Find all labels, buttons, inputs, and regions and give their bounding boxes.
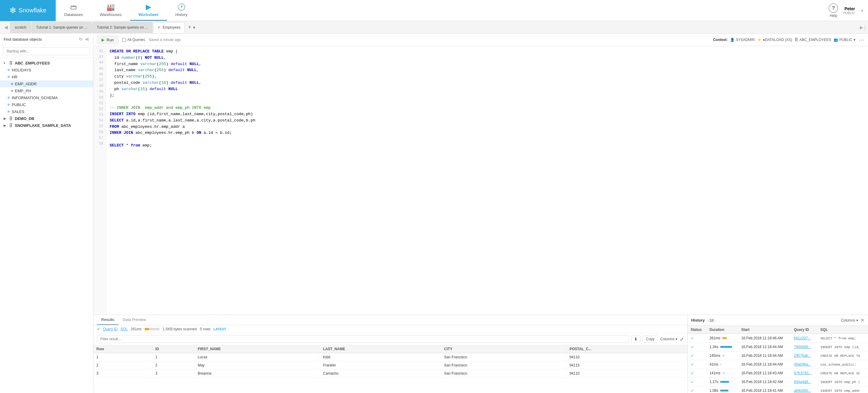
add-tab-button[interactable]: +	[187, 24, 192, 30]
context-role[interactable]: 👤 SYSADMIN	[730, 38, 755, 42]
db-icon: 🗄	[9, 61, 13, 65]
all-queries-checkbox[interactable]: All Queries	[122, 38, 145, 42]
tree-item-emp-ph[interactable]: ≡ EMP_PH	[0, 87, 93, 94]
tree-item-snowflake-sample[interactable]: ▶ 🗄 SNOWFLAKE_SAMPLE_DATA	[0, 122, 93, 129]
tree-item-hr[interactable]: ❄ HR	[0, 73, 93, 81]
tab-bar: ◀ scratch Tutorial 1: Sample queries on …	[0, 21, 868, 34]
code-editor[interactable]: 42 43 44 45 46 47 48 49 50 51 52 53 54 5…	[93, 46, 868, 315]
tree-item-info-schema[interactable]: ❄ INFORMATION_SCHEMA	[0, 94, 93, 101]
code-content[interactable]: CREATE OR REPLACE TABLE emp ( id number(…	[106, 46, 868, 315]
nav-worksheet-label: Worksheet	[138, 12, 158, 17]
table-icon: ≡	[11, 89, 13, 93]
duration-bar: 141ms	[710, 371, 735, 375]
tab-data-preview[interactable]: Data Preview	[118, 315, 150, 325]
filter-input[interactable]	[97, 335, 629, 343]
db-icon: 🗄	[9, 116, 13, 121]
run-button[interactable]: ▶ Run	[97, 36, 118, 44]
query-id-link[interactable]: 834a4a8...	[794, 380, 811, 384]
query-id-link[interactable]: b81c207...	[794, 336, 811, 340]
snowflake-small-icon: ❄	[7, 110, 10, 114]
tree-item-sales[interactable]: ❄ SALES	[0, 108, 93, 115]
tree-item-emp-addr[interactable]: ≡ EMP_ADDR	[0, 81, 93, 87]
sql-link[interactable]: SQL	[121, 327, 128, 331]
nav-history[interactable]: 🕐 History	[167, 0, 196, 21]
query-id-link[interactable]: 97fc5781...	[794, 371, 812, 375]
copy-button[interactable]: Copy	[643, 335, 658, 343]
history-row: ✓ 41ms 16.Feb.2018 11:18:44 AM45a046a...…	[688, 360, 868, 369]
nav-history-label: History	[175, 12, 187, 17]
nav-worksheet[interactable]: ▶ Worksheet	[130, 0, 167, 21]
query-id-link[interactable]: 7900b58...	[794, 345, 811, 349]
query-id-link[interactable]: Query ID	[103, 327, 118, 331]
query-id-link[interactable]: 29576a6...	[794, 354, 811, 358]
query-id-link[interactable]: a69cb50...	[794, 389, 811, 393]
history-row: ✓ 145ms 16.Feb.2018 11:18:44 AM29576a6..…	[688, 352, 868, 360]
nav-warehouses[interactable]: 🏭 Warehouses	[91, 0, 130, 21]
tab-data-preview-label: Data Preview	[123, 318, 146, 322]
history-panel: History 18 Columns ▾ ✕ Status	[687, 315, 868, 393]
tree-item-abc-employees[interactable]: ▾ 🗄 ABC_EMPLOYEES	[0, 60, 93, 67]
context-warehouse[interactable]: ⚡ ●DATALOAD (XS)	[757, 38, 792, 42]
history-close-button[interactable]: ✕	[861, 318, 864, 323]
results-filter: ⬇ Copy Columns ▾ ⤢	[93, 333, 687, 345]
search-input[interactable]	[3, 47, 90, 55]
tree-label: HOLIDAYS	[12, 68, 31, 72]
expand-button[interactable]: ⤢	[680, 336, 684, 342]
tab-tutorial1[interactable]: Tutorial 1: Sample queries on ...	[32, 22, 92, 33]
col-row: Row	[93, 345, 152, 353]
results-table: Row ID FIRST_NAME LAST_NAME CITY POSTAL_…	[93, 345, 687, 393]
line-num: 54	[93, 118, 106, 124]
more-options-icon[interactable]: ⋯	[859, 36, 864, 43]
line-num: 49	[93, 89, 106, 95]
table-row: 11LucasKiddSan Francisco94110	[93, 353, 687, 361]
main-layout: Find database objects ↻ ≪ ▾ 🗄 ABC_EMPLOY…	[0, 34, 868, 393]
duration-text: 261ms	[131, 327, 142, 331]
help-label: Help	[830, 13, 837, 18]
nav-databases[interactable]: 🗃 Databases	[56, 0, 91, 21]
user-dropdown-chevron-icon[interactable]: ▾	[861, 8, 863, 13]
tab-employees[interactable]: ✔ Employees	[153, 22, 185, 33]
tree-item-holidays[interactable]: ❄ HOLIDAYS	[0, 67, 93, 73]
tree-item-public[interactable]: ❄ PUBLIC	[0, 101, 93, 108]
line-num: 43	[93, 54, 106, 60]
logo-area[interactable]: ❄ Snowflake	[0, 0, 56, 21]
line-num: 53	[93, 112, 106, 118]
context-schema[interactable]: 👥 PUBLIC ▾	[834, 38, 855, 42]
tree-label: SALES	[12, 110, 24, 114]
sql-text: SELECT * from emp;	[820, 337, 856, 340]
nav-warehouses-label: Warehouses	[100, 12, 122, 17]
tab-results-label: Results	[101, 318, 114, 322]
context-database[interactable]: 🗄 ABC_EMPLOYEES	[795, 38, 831, 42]
collapse-icon[interactable]: ≪	[85, 37, 89, 41]
download-button[interactable]: ⬇	[631, 335, 640, 343]
tree-label: DEMO_DB	[15, 116, 34, 121]
user-info: Peter PUBLIC	[843, 6, 855, 15]
line-num: 42	[93, 49, 106, 54]
line-num: 56	[93, 129, 106, 135]
refresh-icon[interactable]: ↻	[79, 37, 83, 41]
query-success-icon: ✔	[97, 327, 100, 331]
nav-items: 🗃 Databases 🏭 Warehouses ▶ Worksheet 🕐 H…	[56, 0, 196, 21]
sidebar-title: Find database objects	[4, 37, 42, 41]
tree-label: EMP_ADDR	[15, 82, 37, 86]
tab-scroll-left-icon[interactable]: ◀	[2, 23, 10, 31]
columns-button[interactable]: Columns ▾	[660, 337, 677, 341]
history-columns-button[interactable]: Columns ▾	[841, 318, 858, 323]
schema-dropdown-icon[interactable]: ▾	[854, 38, 855, 42]
tab-right-arrows[interactable]: ▶ |	[860, 25, 866, 30]
tab-tutorial2[interactable]: Tutorial 2: Sample queries on ...	[92, 22, 152, 33]
tab-dropdown-button[interactable]: ▾	[193, 25, 195, 30]
query-id-link[interactable]: 45a046a...	[794, 362, 811, 366]
latest-badge: LATEST	[214, 327, 226, 331]
progress-fill	[145, 328, 149, 330]
history-row: ✓ 1.08s 16.Feb.2018 11:18:41 AMa69cb50..…	[688, 386, 868, 393]
all-queries-input[interactable]	[122, 38, 126, 42]
history-header-row: Status Duration Start Query ID SQL	[688, 326, 868, 334]
help-button[interactable]: ? Help	[829, 3, 838, 18]
tab-results[interactable]: Results	[97, 315, 118, 325]
col-postal-code: POSTAL_C...	[566, 345, 687, 353]
bar	[720, 390, 728, 392]
line-num: 47	[93, 78, 106, 83]
tree-item-demo-db[interactable]: ▶ 🗄 DEMO_DB	[0, 115, 93, 122]
tab-scratch[interactable]: scratch	[10, 22, 31, 33]
